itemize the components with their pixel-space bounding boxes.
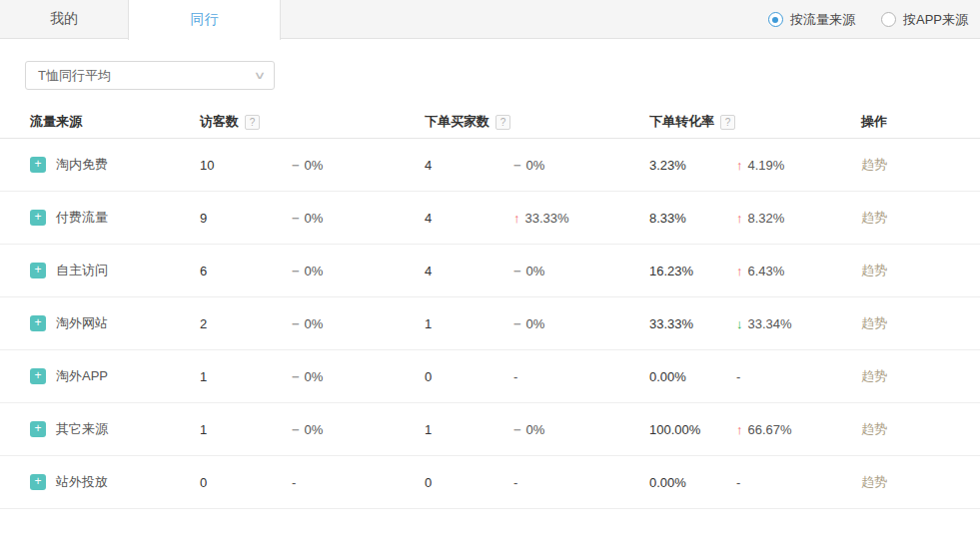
radio-label: 按流量来源 xyxy=(790,11,855,29)
trend-link[interactable]: 趋势 xyxy=(861,210,887,225)
change-value: 0% xyxy=(305,369,324,384)
conversion-rate-value: 33.33% xyxy=(649,316,736,331)
table-row: + 站外投放 0 - 0 - 0.00% - 趋势 xyxy=(0,456,980,509)
expand-plus-icon[interactable]: + xyxy=(30,157,46,173)
radio-label: 按APP来源 xyxy=(903,11,968,29)
conversion-change: ↑ 4.19% xyxy=(736,158,861,173)
change-arrow-icon: − xyxy=(292,422,300,437)
source-name: 付费流量 xyxy=(56,209,108,227)
change-value: - xyxy=(513,369,517,384)
table-row: + 淘外网站 2 − 0% 1 − 0% 33.33% ↓ 33.34% 趋势 xyxy=(0,297,980,350)
change-value: 8.32% xyxy=(748,211,785,226)
buyers-value: 0 xyxy=(425,475,513,490)
table-row: + 付费流量 9 − 0% 4 ↑ 33.33% 8.33% ↑ 8.32% 趋… xyxy=(0,192,980,245)
traffic-source-table: 流量来源 访客数 ? 下单买家数 ? 下单转化率 ? 操作 + 淘内免费 10 … xyxy=(0,106,980,509)
visitors-change: − 0% xyxy=(292,316,425,331)
change-arrow-icon: ↑ xyxy=(736,158,743,173)
expand-plus-icon[interactable]: + xyxy=(30,315,46,331)
header-buyers: 下单买家数 ? xyxy=(425,113,649,131)
conversion-rate-value: 16.23% xyxy=(649,264,736,278)
trend-link[interactable]: 趋势 xyxy=(861,368,887,383)
change-value: 33.33% xyxy=(525,211,569,226)
help-icon[interactable]: ? xyxy=(495,115,510,130)
change-value: 0% xyxy=(305,211,324,226)
change-value: 0% xyxy=(305,316,324,331)
table-row: + 淘内免费 10 − 0% 4 − 0% 3.23% ↑ 4.19% 趋势 xyxy=(0,139,980,192)
buyers-value: 1 xyxy=(425,316,513,331)
visitors-change: − 0% xyxy=(292,422,425,437)
visitors-change: − 0% xyxy=(292,211,425,226)
change-arrow-icon: − xyxy=(513,158,521,173)
expand-plus-icon[interactable]: + xyxy=(30,368,46,384)
table-row: + 其它来源 1 − 0% 1 − 0% 100.00% ↑ 66.67% 趋势 xyxy=(0,403,980,456)
radio-by-app-source[interactable]: 按APP来源 xyxy=(881,11,968,29)
buyers-value: 4 xyxy=(425,158,513,173)
buyers-change: − 0% xyxy=(513,158,649,173)
change-value: 0% xyxy=(526,316,545,331)
conversion-change: ↑ 6.43% xyxy=(736,264,861,278)
change-arrow-icon: − xyxy=(292,369,300,384)
help-icon[interactable]: ? xyxy=(245,115,260,130)
expand-plus-icon[interactable]: + xyxy=(30,474,46,490)
change-value: 0% xyxy=(526,158,545,173)
visitors-value: 6 xyxy=(200,264,292,278)
change-value: 0% xyxy=(305,158,324,173)
visitors-change: - xyxy=(292,475,425,490)
conversion-rate-value: 0.00% xyxy=(649,369,736,384)
change-arrow-icon: − xyxy=(292,211,300,226)
change-arrow-icon: ↑ xyxy=(736,422,743,437)
trend-link[interactable]: 趋势 xyxy=(861,315,887,330)
source-name: 站外投放 xyxy=(56,473,108,491)
change-value: 6.43% xyxy=(748,264,785,278)
visitors-value: 0 xyxy=(200,475,292,490)
trend-link[interactable]: 趋势 xyxy=(861,263,887,277)
change-value: - xyxy=(736,369,740,384)
change-value: 0% xyxy=(526,422,545,437)
buyers-change: - xyxy=(513,369,649,384)
conversion-change: - xyxy=(736,369,861,384)
buyers-change: ↑ 33.33% xyxy=(513,211,649,226)
change-value: 33.34% xyxy=(748,316,792,331)
visitors-value: 9 xyxy=(200,211,292,226)
source-name: 自主访问 xyxy=(56,262,108,279)
trend-link[interactable]: 趋势 xyxy=(861,421,887,436)
conversion-rate-value: 100.00% xyxy=(649,422,736,437)
header-buyers-label: 下单买家数 xyxy=(425,113,490,131)
expand-plus-icon[interactable]: + xyxy=(30,210,46,226)
visitors-change: − 0% xyxy=(292,264,425,278)
buyers-change: − 0% xyxy=(513,422,649,437)
trend-link[interactable]: 趋势 xyxy=(861,157,887,172)
buyers-change: − 0% xyxy=(513,264,649,278)
chevron-down-icon: ∨ xyxy=(254,69,267,82)
change-arrow-icon: − xyxy=(292,158,300,173)
conversion-rate-value: 0.00% xyxy=(649,475,736,490)
change-arrow-icon: − xyxy=(292,316,300,331)
table-row: + 自主访问 6 − 0% 4 − 0% 16.23% ↑ 6.43% 趋势 xyxy=(0,245,980,297)
change-value: - xyxy=(736,475,740,490)
source-name: 其它来源 xyxy=(56,420,108,438)
radio-by-traffic-source[interactable]: 按流量来源 xyxy=(768,11,855,29)
source-name: 淘内免费 xyxy=(56,156,108,174)
change-value: 0% xyxy=(305,264,324,278)
buyers-value: 4 xyxy=(425,211,513,226)
change-arrow-icon: − xyxy=(513,264,521,278)
table-header: 流量来源 访客数 ? 下单买家数 ? 下单转化率 ? 操作 xyxy=(0,106,980,139)
peer-average-select[interactable]: T恤同行平均 ∨ xyxy=(25,61,275,90)
change-value: 0% xyxy=(305,422,324,437)
help-icon[interactable]: ? xyxy=(720,115,735,130)
tab-peers[interactable]: 同行 xyxy=(128,0,281,40)
change-value: 0% xyxy=(526,264,545,278)
table-row: + 淘外APP 1 − 0% 0 - 0.00% - 趋势 xyxy=(0,350,980,403)
radio-icon xyxy=(881,12,896,27)
tab-mine[interactable]: 我的 xyxy=(0,0,128,38)
change-arrow-icon: − xyxy=(513,422,521,437)
change-arrow-icon: ↑ xyxy=(736,211,743,226)
visitors-value: 1 xyxy=(200,369,292,384)
expand-plus-icon[interactable]: + xyxy=(30,421,46,437)
expand-plus-icon[interactable]: + xyxy=(30,263,46,278)
source-name: 淘外APP xyxy=(56,367,108,385)
visitors-change: − 0% xyxy=(292,158,425,173)
trend-link[interactable]: 趋势 xyxy=(861,474,887,489)
change-value: - xyxy=(513,475,517,490)
change-arrow-icon: ↑ xyxy=(513,211,520,226)
